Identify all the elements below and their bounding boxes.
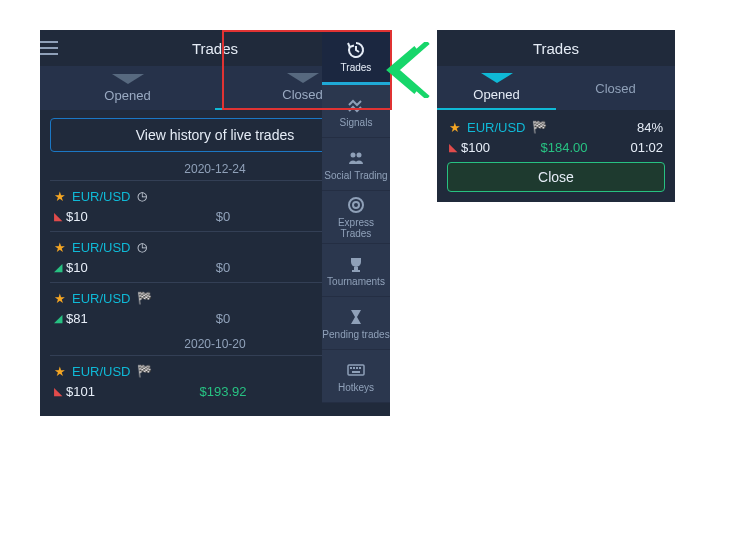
- tab-opened-label: Opened: [473, 87, 519, 102]
- svg-rect-11: [353, 367, 355, 369]
- tab-closed-label: Closed: [282, 87, 322, 102]
- sidenav-item-express[interactable]: Express Trades: [322, 191, 390, 244]
- open-trade: ★ EUR/USD 🏁 84% ◣ $100 $184.00 01:02: [437, 110, 675, 156]
- chevron-down-icon: [112, 74, 144, 84]
- svg-rect-1: [40, 47, 58, 49]
- trade-profit: $193.92: [193, 384, 253, 399]
- social-icon: [346, 148, 366, 168]
- trade-symbol: EUR/USD: [72, 364, 131, 379]
- panel-header: Trades: [437, 30, 675, 66]
- trade-symbol: EUR/USD: [72, 291, 131, 306]
- trade-amount: $100: [461, 140, 490, 155]
- sidenav-item-history[interactable]: Trades: [322, 30, 390, 85]
- sidenav-label: Signals: [340, 117, 373, 128]
- trade-symbol: EUR/USD: [72, 189, 131, 204]
- svg-rect-2: [40, 53, 58, 55]
- tab-closed[interactable]: Closed: [556, 66, 675, 110]
- svg-point-3: [351, 152, 356, 157]
- svg-rect-10: [350, 367, 352, 369]
- tournaments-icon: [346, 254, 366, 274]
- trade-profit: $184.00: [534, 140, 594, 155]
- pointer-arrow-icon: [386, 42, 430, 98]
- star-icon: ★: [54, 291, 66, 306]
- svg-rect-0: [40, 41, 58, 43]
- flag-icon: 🏁: [532, 120, 547, 134]
- sidenav-item-pending[interactable]: Pending trades: [322, 297, 390, 350]
- trade-percent: 84%: [637, 120, 663, 135]
- star-icon: ★: [54, 364, 66, 379]
- trade-time: 01:02: [619, 140, 663, 155]
- panel-title: Trades: [80, 40, 350, 57]
- arrow-down-icon: ◣: [449, 141, 457, 154]
- arrow-down-icon: ◣: [54, 385, 62, 398]
- pending-icon: [346, 307, 366, 327]
- trade-amount: $101: [66, 384, 95, 399]
- trade-amount: $10: [66, 209, 88, 224]
- trade-amount: $10: [66, 260, 88, 275]
- svg-rect-7: [354, 267, 358, 270]
- arrow-up-icon: ◢: [54, 261, 62, 274]
- clock-icon: ◷: [137, 240, 147, 254]
- svg-point-6: [353, 202, 359, 208]
- history-icon: [346, 40, 366, 60]
- sidenav-label: Trades: [341, 62, 372, 73]
- panel-title: Trades: [457, 40, 655, 57]
- tab-opened[interactable]: Opened: [40, 66, 215, 110]
- svg-rect-12: [356, 367, 358, 369]
- flag-icon: 🏁: [137, 364, 152, 378]
- trade-amount: $81: [66, 311, 88, 326]
- sidenav-item-signals[interactable]: Signals: [322, 85, 390, 138]
- sidenav-label: Tournaments: [327, 276, 385, 287]
- star-icon: ★: [54, 189, 66, 204]
- side-nav: TradesSignalsSocial TradingExpress Trade…: [322, 30, 390, 403]
- sidenav-label: Pending trades: [322, 329, 389, 340]
- tabs: Opened Closed: [437, 66, 675, 110]
- sidenav-label: Express Trades: [322, 217, 390, 239]
- svg-point-4: [357, 152, 362, 157]
- clock-icon: ◷: [137, 189, 147, 203]
- svg-rect-8: [352, 270, 360, 272]
- trade-profit: $0: [193, 260, 253, 275]
- svg-rect-9: [348, 365, 364, 375]
- sidenav-item-tournaments[interactable]: Tournaments: [322, 244, 390, 297]
- tab-opened[interactable]: Opened: [437, 66, 556, 110]
- star-icon: ★: [54, 240, 66, 255]
- star-icon: ★: [449, 120, 461, 135]
- sidenav-label: Hotkeys: [338, 382, 374, 393]
- trade-symbol: EUR/USD: [72, 240, 131, 255]
- chevron-down-icon: [287, 73, 319, 83]
- chevron-down-icon: [481, 73, 513, 83]
- tab-closed-label: Closed: [595, 81, 635, 96]
- tab-opened-label: Opened: [104, 88, 150, 103]
- trade-profit: $0: [193, 311, 253, 326]
- menu-icon[interactable]: [40, 41, 80, 55]
- hotkeys-icon: [346, 360, 366, 380]
- svg-point-5: [349, 198, 363, 212]
- signals-icon: [346, 95, 366, 115]
- svg-rect-14: [352, 371, 360, 373]
- sidenav-item-hotkeys[interactable]: Hotkeys: [322, 350, 390, 403]
- flag-icon: 🏁: [137, 291, 152, 305]
- sidenav-label: Social Trading: [324, 170, 387, 181]
- svg-rect-13: [359, 367, 361, 369]
- arrow-down-icon: ◣: [54, 210, 62, 223]
- sidenav-item-social[interactable]: Social Trading: [322, 138, 390, 191]
- express-icon: [346, 195, 366, 215]
- arrow-up-icon: ◢: [54, 312, 62, 325]
- trade-symbol[interactable]: EUR/USD: [467, 120, 526, 135]
- trades-panel-opened: Trades Opened Closed ★ EUR/USD 🏁 84% ◣ $…: [437, 30, 675, 202]
- close-trade-button[interactable]: Close: [447, 162, 665, 192]
- trade-profit: $0: [193, 209, 253, 224]
